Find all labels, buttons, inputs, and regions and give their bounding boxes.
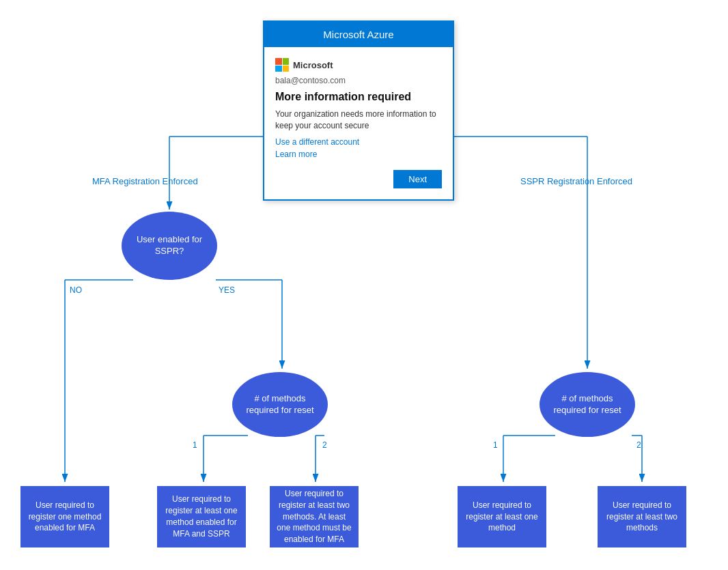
- sspr-question-oval: User enabled forSSPR?: [122, 212, 217, 280]
- dialog-header: Microsoft Azure: [264, 22, 453, 47]
- dialog-description: Your organization needs more information…: [275, 109, 442, 132]
- ms-logo: Microsoft: [275, 58, 442, 72]
- result-sspr-one-text: User required to register at least one m…: [463, 500, 541, 534]
- ms-sq-green: [283, 58, 290, 65]
- ms-sq-blue: [275, 66, 282, 72]
- sspr-branch-2-label: 2: [636, 440, 641, 450]
- ms-sq-yellow: [283, 66, 290, 72]
- dialog-link-different-account[interactable]: Use a different account: [275, 137, 442, 147]
- mfa-label: MFA Registration Enforced: [92, 176, 198, 186]
- methods-mfa-oval: # of methodsrequired for reset: [232, 372, 328, 437]
- result-sspr-one-box: User required to register at least one m…: [458, 486, 546, 547]
- ms-logo-squares: [275, 58, 289, 72]
- result-mfa-sspr-one-box: User required to register at least one m…: [157, 486, 246, 547]
- methods-mfa-text: # of methodsrequired for reset: [247, 393, 314, 416]
- ms-sq-red: [275, 58, 282, 65]
- azure-dialog: Microsoft Azure Microsoft bala@contoso.c…: [263, 20, 454, 201]
- methods-sspr-oval: # of methodsrequired for reset: [540, 372, 635, 437]
- sspr-branch-1-label: 1: [493, 440, 498, 450]
- dialog-title: More information required: [275, 91, 442, 103]
- dialog-email: bala@contoso.com: [275, 76, 442, 85]
- result-mfa-only-text: User required to register one method ena…: [26, 500, 104, 534]
- result-mfa-sspr-two-box: User required to register at least two m…: [270, 486, 359, 547]
- mfa-branch-2-label: 2: [322, 440, 327, 450]
- mfa-branch-1-label: 1: [193, 440, 197, 450]
- result-sspr-two-text: User required to register at least two m…: [603, 500, 681, 534]
- result-mfa-only-box: User required to register one method ena…: [20, 486, 109, 547]
- methods-sspr-text: # of methodsrequired for reset: [554, 393, 621, 416]
- sspr-label: SSPR Registration Enforced: [520, 176, 632, 186]
- result-sspr-two-box: User required to register at least two m…: [598, 486, 686, 547]
- next-button[interactable]: Next: [393, 170, 442, 188]
- result-mfa-sspr-one-text: User required to register at least one m…: [163, 494, 240, 539]
- ms-logo-text: Microsoft: [293, 60, 333, 70]
- dialog-link-learn-more[interactable]: Learn more: [275, 149, 442, 159]
- sspr-question-text: User enabled forSSPR?: [137, 234, 202, 257]
- no-label: NO: [70, 285, 82, 295]
- result-mfa-sspr-two-text: User required to register at least two m…: [275, 488, 353, 545]
- diagram-container: Microsoft Azure Microsoft bala@contoso.c…: [0, 0, 728, 570]
- yes-label: YES: [219, 285, 235, 295]
